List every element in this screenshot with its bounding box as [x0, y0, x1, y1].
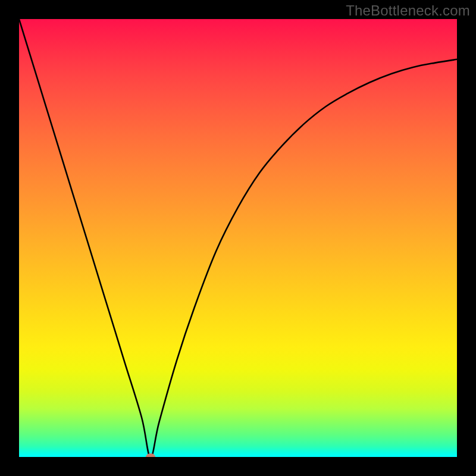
curve-layer	[19, 19, 457, 457]
chart-container: TheBottleneck.com	[0, 0, 476, 476]
watermark-text: TheBottleneck.com	[346, 2, 470, 19]
current-point-marker	[146, 453, 155, 457]
bottleneck-curve	[19, 19, 457, 457]
plot-area	[19, 19, 457, 457]
